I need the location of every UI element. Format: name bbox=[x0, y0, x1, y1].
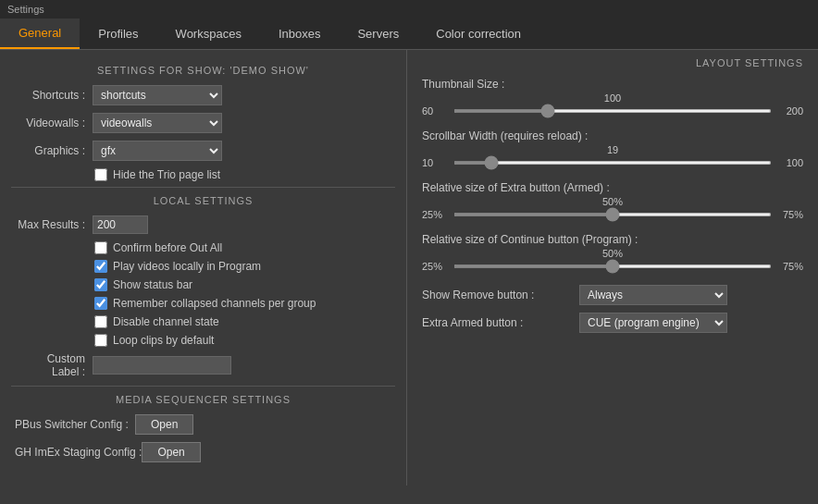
right-panel: LAYOUT SETTINGS Thumbnail Size : 100 60 … bbox=[407, 50, 818, 486]
scrollbar-width-group: Scrollbar Width (requires reload) : 19 1… bbox=[422, 129, 803, 168]
show-remove-select[interactable]: Always Never Auto bbox=[579, 285, 727, 305]
continue-button-max: 75% bbox=[777, 261, 803, 272]
graphics-label: Graphics : bbox=[11, 144, 85, 157]
extra-button-value: 50% bbox=[422, 196, 803, 207]
tab-color-correction[interactable]: Color correction bbox=[417, 18, 539, 49]
media-sequencer-title: MEDIA SEQUENCER SETTINGS bbox=[11, 394, 395, 405]
extra-button-min: 25% bbox=[422, 209, 448, 220]
continue-button-slider[interactable] bbox=[453, 264, 772, 268]
videowalls-select[interactable]: videowalls bbox=[93, 113, 222, 133]
play-videos-locally-label: Play videos locally in Program bbox=[113, 260, 261, 273]
extra-armed-label: Extra Armed button : bbox=[422, 316, 579, 329]
thumbnail-size-value: 100 bbox=[422, 92, 803, 104]
continue-button-label: Relative size of Continue button (Progra… bbox=[422, 233, 803, 246]
extra-button-max: 75% bbox=[777, 209, 803, 220]
confirm-before-out-all-label: Confirm before Out All bbox=[113, 241, 222, 254]
remember-collapsed-checkbox[interactable] bbox=[94, 297, 107, 310]
graphics-select[interactable]: gfx bbox=[93, 141, 222, 161]
title-bar: Settings bbox=[0, 0, 818, 18]
continue-button-value: 50% bbox=[422, 248, 803, 259]
thumbnail-size-max: 200 bbox=[777, 105, 803, 117]
shortcuts-select[interactable]: shortcuts bbox=[93, 85, 222, 105]
scrollbar-width-label: Scrollbar Width (requires reload) : bbox=[422, 129, 803, 142]
left-panel: SETTINGS FOR SHOW: 'DEMO SHOW' Shortcuts… bbox=[0, 50, 407, 486]
thumbnail-size-label: Thumbnail Size : bbox=[422, 78, 803, 91]
confirm-before-out-all-checkbox[interactable] bbox=[94, 241, 107, 254]
extra-button-slider[interactable] bbox=[453, 213, 772, 216]
tab-workspaces[interactable]: Workspaces bbox=[157, 18, 260, 49]
extra-armed-select[interactable]: CUE (program engine) TAKE None bbox=[579, 313, 727, 333]
tab-inboxes[interactable]: Inboxes bbox=[260, 18, 340, 49]
settings-for-show-title: SETTINGS FOR SHOW: 'DEMO SHOW' bbox=[11, 65, 395, 76]
tabs-bar: General Profiles Workspaces Inboxes Serv… bbox=[0, 18, 818, 50]
pbus-switcher-label: PBus Switcher Config : bbox=[15, 418, 135, 431]
tab-profiles[interactable]: Profiles bbox=[80, 18, 156, 49]
loop-clips-checkbox[interactable] bbox=[94, 334, 107, 347]
disable-channel-state-label: Disable channel state bbox=[113, 315, 219, 328]
custom-label-label: Custom Label : bbox=[20, 352, 85, 378]
max-results-label: Max Results : bbox=[11, 218, 85, 231]
thumbnail-size-slider[interactable] bbox=[453, 109, 772, 113]
show-status-bar-label: Show status bar bbox=[113, 278, 192, 291]
thumbnail-size-min: 60 bbox=[422, 105, 448, 117]
thumbnail-size-group: Thumbnail Size : 100 60 200 bbox=[422, 78, 803, 117]
scrollbar-width-value: 19 bbox=[422, 144, 803, 155]
loop-clips-label: Loop clips by default bbox=[113, 334, 214, 347]
scrollbar-width-slider[interactable] bbox=[453, 161, 772, 165]
scrollbar-width-min: 10 bbox=[422, 157, 448, 168]
gh-imex-open-button[interactable]: Open bbox=[142, 442, 200, 462]
continue-button-group: Relative size of Continue button (Progra… bbox=[422, 233, 803, 272]
gh-imex-label: GH ImEx Staging Config : bbox=[15, 446, 142, 459]
play-videos-locally-checkbox[interactable] bbox=[94, 260, 107, 273]
layout-settings-title: LAYOUT SETTINGS bbox=[422, 57, 803, 68]
local-settings-title: LOCAL SETTINGS bbox=[11, 195, 395, 206]
custom-label-input[interactable] bbox=[93, 356, 231, 375]
max-results-input[interactable] bbox=[93, 215, 148, 234]
title-bar-label: Settings bbox=[7, 4, 44, 15]
continue-button-min: 25% bbox=[422, 261, 448, 272]
show-status-bar-checkbox[interactable] bbox=[94, 278, 107, 291]
remember-collapsed-label: Remember collapsed channels per group bbox=[113, 297, 316, 310]
tab-servers[interactable]: Servers bbox=[339, 18, 417, 49]
hide-trio-checkbox[interactable] bbox=[94, 168, 107, 181]
pbus-switcher-open-button[interactable]: Open bbox=[135, 414, 193, 435]
scrollbar-width-max: 100 bbox=[777, 157, 803, 168]
show-remove-label: Show Remove button : bbox=[422, 289, 579, 301]
videowalls-label: Videowalls : bbox=[11, 117, 85, 129]
extra-button-group: Relative size of Extra button (Armed) : … bbox=[422, 181, 803, 220]
hide-trio-label: Hide the Trio page list bbox=[113, 168, 220, 181]
disable-channel-state-checkbox[interactable] bbox=[94, 315, 107, 328]
tab-general[interactable]: General bbox=[0, 18, 80, 49]
extra-button-label: Relative size of Extra button (Armed) : bbox=[422, 181, 803, 194]
shortcuts-label: Shortcuts : bbox=[11, 89, 85, 102]
